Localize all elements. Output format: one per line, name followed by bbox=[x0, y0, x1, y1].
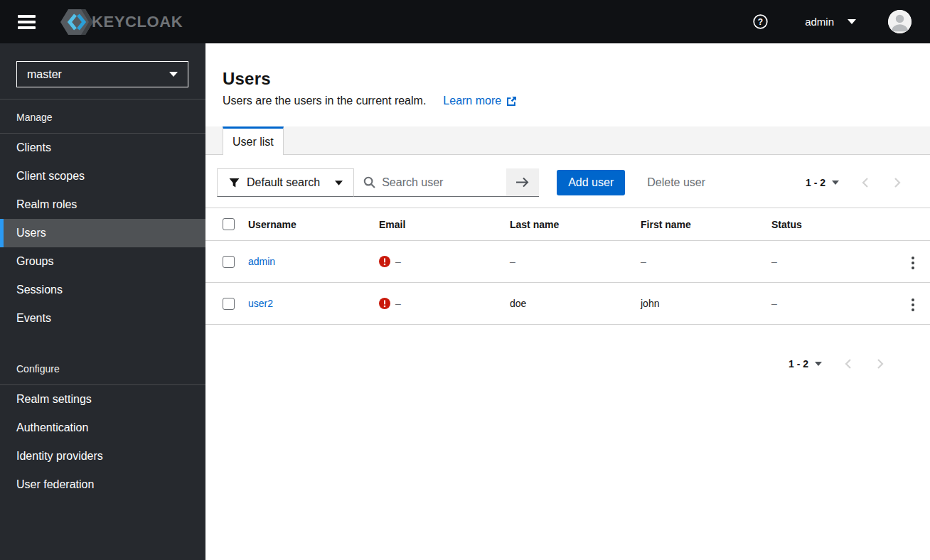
masthead-actions: ? admin bbox=[753, 10, 930, 33]
caret-down-icon bbox=[848, 19, 856, 24]
question-circle-icon: ? bbox=[753, 14, 768, 29]
users-table: Username Email Last name First name Stat… bbox=[205, 208, 930, 325]
caret-down-icon bbox=[815, 362, 822, 366]
sidebar-item-sessions[interactable]: Sessions bbox=[0, 276, 205, 304]
page-header: Users Users are the users in the current… bbox=[205, 43, 930, 107]
sidebar-item-identity-providers[interactable]: Identity providers bbox=[0, 442, 205, 470]
sidebar: master Manage Clients Client scopes Real… bbox=[0, 43, 205, 560]
row-checkbox[interactable] bbox=[223, 298, 235, 310]
hamburger-icon bbox=[18, 15, 36, 18]
search-field bbox=[354, 168, 506, 197]
pagination-next-button[interactable] bbox=[881, 170, 914, 195]
sidebar-item-users[interactable]: Users bbox=[0, 219, 205, 247]
main-content: Users Users are the users in the current… bbox=[205, 43, 930, 560]
nav-section-configure: Configure bbox=[0, 333, 205, 384]
pagination-range-label: 1 - 2 bbox=[789, 358, 808, 370]
exclamation-circle-icon bbox=[379, 256, 390, 267]
search-input[interactable] bbox=[382, 176, 506, 189]
learn-more-label: Learn more bbox=[443, 95, 501, 107]
column-header-status: Status bbox=[771, 208, 882, 241]
first-name-value: john bbox=[641, 283, 771, 325]
nav-section-manage: Manage bbox=[0, 99, 205, 133]
status-value: – bbox=[771, 283, 882, 325]
pagination-nav bbox=[831, 351, 897, 377]
external-link-icon bbox=[506, 96, 517, 107]
sidebar-item-realm-roles[interactable]: Realm roles bbox=[0, 190, 205, 219]
nav-list-manage: Clients Client scopes Realm roles Users … bbox=[0, 134, 205, 333]
pagination-prev-button[interactable] bbox=[831, 351, 864, 377]
keycloak-logo[interactable]: KEYCLOAK bbox=[59, 8, 183, 36]
username-link[interactable]: user2 bbox=[248, 298, 273, 309]
page-title: Users bbox=[223, 69, 913, 89]
tab-user-list[interactable]: User list bbox=[223, 126, 284, 155]
table-row: admin – bbox=[205, 241, 930, 283]
tab-bar: User list bbox=[205, 126, 930, 155]
add-user-button[interactable]: Add user bbox=[557, 170, 625, 195]
brand-text: KEYCLOAK bbox=[92, 13, 183, 31]
email-value: – bbox=[395, 256, 401, 267]
caret-down-icon bbox=[169, 72, 178, 77]
user-dropdown[interactable]: admin bbox=[805, 16, 856, 28]
nav-toggle-button[interactable] bbox=[15, 12, 38, 32]
angle-right-icon bbox=[894, 177, 902, 188]
angle-left-icon bbox=[844, 358, 852, 370]
page-layout: master Manage Clients Client scopes Real… bbox=[0, 43, 930, 560]
search-type-label: Default search bbox=[247, 176, 320, 189]
sidebar-item-clients[interactable]: Clients bbox=[0, 134, 205, 162]
search-group: Default search bbox=[217, 168, 539, 197]
pagination-range-dropdown[interactable]: 1 - 2 bbox=[789, 358, 822, 370]
table-header-row: Username Email Last name First name Stat… bbox=[205, 208, 930, 241]
users-toolbar: Default search bbox=[205, 155, 930, 208]
table-row: user2 – bbox=[205, 283, 930, 325]
sidebar-item-realm-settings[interactable]: Realm settings bbox=[0, 385, 205, 414]
username-link[interactable]: admin bbox=[248, 256, 275, 267]
row-actions-kebab-button[interactable] bbox=[906, 253, 920, 273]
row-actions-kebab-button[interactable] bbox=[906, 295, 920, 315]
caret-down-icon bbox=[832, 181, 839, 185]
pagination-prev-button[interactable] bbox=[848, 170, 881, 195]
learn-more-link[interactable]: Learn more bbox=[443, 95, 517, 107]
user-dropdown-label: admin bbox=[805, 16, 834, 28]
column-header-last-name: Last name bbox=[510, 208, 641, 241]
first-name-value: – bbox=[641, 241, 771, 283]
search-submit-button[interactable] bbox=[506, 168, 539, 197]
svg-text:?: ? bbox=[758, 17, 763, 27]
arrow-right-icon bbox=[515, 177, 530, 188]
realm-selector[interactable]: master bbox=[16, 61, 188, 87]
filter-icon bbox=[229, 178, 240, 188]
keycloak-admin-console: KEYCLOAK ? admin bbox=[0, 0, 930, 560]
sidebar-item-user-federation[interactable]: User federation bbox=[0, 470, 205, 499]
page-description: Users are the users in the current realm… bbox=[223, 95, 913, 107]
angle-right-icon bbox=[877, 358, 884, 370]
column-header-first-name: First name bbox=[641, 208, 771, 241]
avatar bbox=[888, 10, 912, 33]
pagination-range-label: 1 - 2 bbox=[806, 177, 825, 188]
search-type-dropdown[interactable]: Default search bbox=[217, 168, 354, 197]
pagination-bottom-wrap: 1 - 2 bbox=[205, 325, 930, 377]
sidebar-item-groups[interactable]: Groups bbox=[0, 247, 205, 276]
keycloak-hexagon-icon bbox=[59, 8, 95, 36]
sidebar-item-client-scopes[interactable]: Client scopes bbox=[0, 162, 205, 190]
caret-down-icon bbox=[335, 181, 343, 185]
column-header-email: Email bbox=[379, 208, 510, 241]
delete-user-button[interactable]: Delete user bbox=[647, 176, 705, 189]
exclamation-circle-icon bbox=[379, 298, 390, 309]
nav-list-configure: Realm settings Authentication Identity p… bbox=[0, 385, 205, 499]
tab-user-list-label: User list bbox=[232, 136, 274, 149]
row-checkbox[interactable] bbox=[223, 256, 235, 268]
status-value: – bbox=[771, 241, 882, 283]
email-value: – bbox=[395, 298, 401, 309]
last-name-value: – bbox=[510, 241, 641, 283]
select-all-checkbox[interactable] bbox=[223, 218, 235, 230]
pagination-top: 1 - 2 bbox=[806, 170, 914, 195]
sidebar-item-authentication[interactable]: Authentication bbox=[0, 414, 205, 442]
sidebar-item-events[interactable]: Events bbox=[0, 304, 205, 333]
search-icon bbox=[363, 176, 375, 188]
pagination-next-button[interactable] bbox=[864, 351, 897, 377]
last-name-value: doe bbox=[510, 283, 641, 325]
pagination-range-dropdown[interactable]: 1 - 2 bbox=[806, 177, 839, 188]
pagination-nav bbox=[848, 170, 914, 195]
page-description-text: Users are the users in the current realm… bbox=[223, 95, 426, 107]
realm-selector-value: master bbox=[27, 68, 62, 81]
help-button[interactable]: ? bbox=[753, 14, 768, 29]
